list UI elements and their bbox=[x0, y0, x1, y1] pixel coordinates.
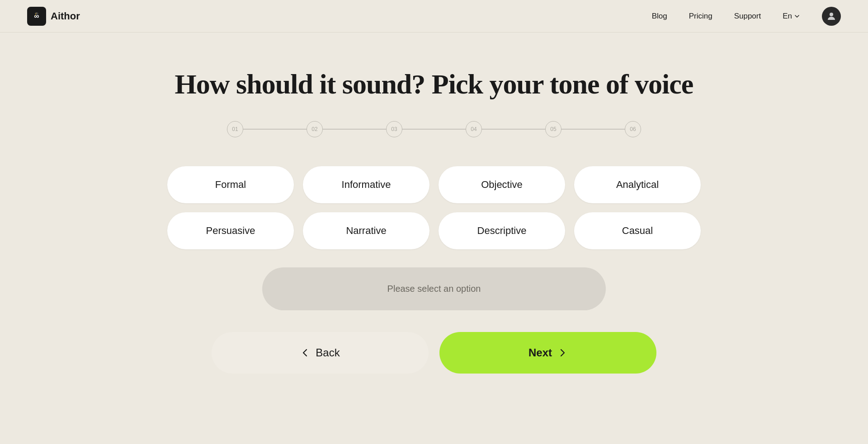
nav-support[interactable]: Support bbox=[734, 12, 761, 21]
step-line-1 bbox=[243, 129, 307, 130]
tone-informative[interactable]: Informative bbox=[303, 166, 429, 203]
chevron-down-icon bbox=[794, 13, 800, 19]
nav-pricing[interactable]: Pricing bbox=[689, 12, 712, 21]
nav-lang[interactable]: En bbox=[783, 12, 800, 21]
arrow-right-icon bbox=[557, 348, 567, 358]
step-1: 01 bbox=[227, 121, 243, 137]
tone-descriptive[interactable]: Descriptive bbox=[439, 212, 565, 249]
logo[interactable]: ∞ 🎓 Aithor bbox=[27, 7, 80, 26]
svg-point-3 bbox=[830, 13, 833, 16]
tone-formal[interactable]: Formal bbox=[167, 166, 294, 203]
select-prompt-container: Please select an option bbox=[262, 267, 606, 310]
step-indicator: 01 02 03 04 05 06 bbox=[227, 121, 641, 137]
tone-grid: Formal Informative Objective Analytical … bbox=[167, 166, 701, 249]
page-title: How should it sound? Pick your tone of v… bbox=[175, 69, 693, 99]
user-avatar[interactable] bbox=[822, 7, 841, 26]
step-4: 04 bbox=[466, 121, 482, 137]
bottom-buttons: Back Next bbox=[212, 332, 656, 374]
tone-analytical[interactable]: Analytical bbox=[574, 166, 701, 203]
tone-casual[interactable]: Casual bbox=[574, 212, 701, 249]
header: ∞ 🎓 Aithor Blog Pricing Support En bbox=[0, 0, 868, 33]
logo-icon: ∞ 🎓 bbox=[27, 7, 46, 26]
step-line-3 bbox=[402, 129, 466, 130]
select-prompt-text: Please select an option bbox=[387, 284, 481, 294]
step-6: 06 bbox=[625, 121, 641, 137]
step-5: 05 bbox=[545, 121, 561, 137]
nav-blog[interactable]: Blog bbox=[652, 12, 667, 21]
tone-persuasive[interactable]: Persuasive bbox=[167, 212, 294, 249]
step-3: 03 bbox=[386, 121, 402, 137]
step-line-4 bbox=[482, 129, 545, 130]
arrow-left-icon bbox=[300, 348, 310, 358]
tone-narrative[interactable]: Narrative bbox=[303, 212, 429, 249]
nav: Blog Pricing Support En bbox=[652, 7, 841, 26]
next-button[interactable]: Next bbox=[439, 332, 656, 374]
step-2: 02 bbox=[307, 121, 323, 137]
tone-objective[interactable]: Objective bbox=[439, 166, 565, 203]
step-line-5 bbox=[561, 129, 625, 130]
logo-text: Aithor bbox=[51, 10, 80, 22]
main-content: How should it sound? Pick your tone of v… bbox=[0, 33, 868, 401]
svg-text:🎓: 🎓 bbox=[34, 11, 39, 16]
back-button[interactable]: Back bbox=[212, 332, 429, 374]
step-line-2 bbox=[323, 129, 386, 130]
